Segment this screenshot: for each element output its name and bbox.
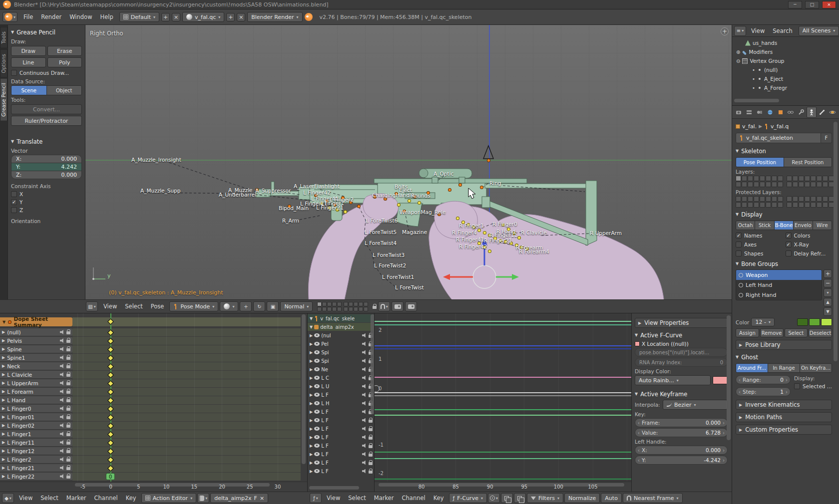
add-layout-button[interactable]: + [161, 13, 170, 21]
mute-speaker-icon[interactable] [362, 342, 367, 346]
layer-cell[interactable] [754, 176, 759, 181]
layer-cell[interactable] [805, 176, 810, 181]
fcurve[interactable] [375, 415, 631, 416]
frame-stepper[interactable]: ‹Frame: 0.000› [635, 418, 728, 427]
bone-point[interactable] [480, 186, 483, 189]
graph-channel-row[interactable]: ▶Spi [308, 357, 375, 365]
horizontal-scrollbar[interactable] [734, 99, 779, 102]
viewport-layer-cell[interactable] [364, 302, 368, 306]
viewport-layer-cell[interactable] [344, 302, 348, 306]
graph-channel-row[interactable]: ▶L F [308, 459, 375, 467]
properties-tab-modifiers-icon[interactable] [796, 107, 806, 118]
bone-group-assign-button[interactable]: Assign [736, 328, 759, 337]
expander-icon[interactable]: ⊕ [736, 49, 740, 55]
breadcrumb-data[interactable]: v_fal.q [764, 123, 789, 130]
info-menu-help[interactable]: Help [96, 9, 117, 24]
expand-icon[interactable]: ▶ [2, 355, 5, 360]
delete-layout-button[interactable]: × [172, 13, 180, 21]
bone-label-l-foretwist[interactable]: L ForeTwist [395, 284, 424, 290]
layer-cell[interactable] [778, 202, 783, 208]
ruler-protractor-button[interactable]: Ruler/Protractor [11, 116, 82, 126]
outliner-item-a-foregr[interactable]: •A_Foregr [732, 83, 839, 92]
mute-speaker-icon[interactable] [362, 469, 367, 474]
graph-channel-row[interactable]: ▶L F [308, 442, 375, 450]
lock-icon[interactable] [66, 408, 70, 411]
color-swatch[interactable] [821, 318, 832, 326]
expand-icon[interactable]: ▶ [310, 469, 313, 474]
expand-icon[interactable]: ▶ [310, 376, 313, 380]
lock-icon[interactable] [369, 454, 373, 457]
horizontal-scrollbar[interactable] [75, 483, 270, 487]
viewport-layer-cell[interactable] [354, 307, 358, 311]
expand-icon[interactable]: ▶ [310, 384, 313, 389]
viewport-layer-cell[interactable] [332, 307, 337, 311]
fcurve[interactable] [375, 458, 631, 459]
expand-icon[interactable]: ▶ [310, 393, 313, 397]
minimize-button[interactable]: ─ [788, 1, 802, 8]
properties-tab-scene-icon[interactable] [755, 107, 765, 118]
bone-label-r-finger0[interactable]: R Finger0 [492, 221, 517, 227]
bone-label-a-underbarrel[interactable]: A_Underbarrel [219, 192, 256, 198]
dope-channel-row[interactable]: ▶L Finger22 [0, 473, 72, 481]
mute-speaker-icon[interactable] [362, 444, 367, 448]
graph-tree-action-row[interactable]: ▼ delta_aimp2x [308, 323, 375, 331]
layer-cell[interactable] [787, 176, 792, 181]
fcurve[interactable] [375, 324, 631, 325]
dope-time-ruler[interactable]: -5051015202530 [0, 482, 307, 492]
outliner-item-a-eject[interactable]: •A_Eject [732, 74, 839, 83]
layer-cell[interactable] [799, 182, 804, 187]
bone-label-r-finger42[interactable]: R Finger42 [459, 244, 487, 250]
graph-channel-row[interactable]: ▶L F [308, 433, 375, 441]
layer-cell[interactable] [805, 202, 810, 208]
vertical-scrollbar[interactable] [727, 315, 731, 440]
outliner-item-null[interactable]: •(null) [732, 65, 839, 74]
mute-speaker-icon[interactable] [60, 457, 64, 462]
mute-speaker-icon[interactable] [362, 359, 367, 363]
graph-channel-row[interactable]: ▶L F [308, 391, 375, 399]
info-menu-window[interactable]: Window [65, 9, 96, 24]
visibility-eye-icon[interactable] [314, 350, 320, 354]
display-mode-envelo[interactable]: Envelo [794, 221, 813, 230]
manipulator-scale-icon[interactable]: ▣ [267, 301, 279, 311]
bone-label-a-suppressor[interactable]: A_Suppressor [255, 188, 291, 194]
layer-cell[interactable] [799, 196, 804, 202]
visibility-eye-icon[interactable] [314, 384, 320, 388]
bone-group-specials-button[interactable]: ▾ [824, 288, 832, 297]
layer-cell[interactable] [799, 202, 804, 208]
visibility-eye-icon[interactable] [314, 359, 320, 363]
left-handle-x-stepper[interactable]: ‹X: 0.000› [635, 446, 728, 455]
bone-point[interactable] [459, 184, 461, 186]
expand-icon[interactable]: ▶ [310, 461, 313, 465]
layer-cell[interactable] [736, 176, 741, 181]
mute-speaker-icon[interactable] [60, 406, 64, 411]
viewport-menu-view[interactable]: View [99, 300, 121, 313]
bone-label-r-upperarm[interactable]: R UpperArm [590, 230, 622, 236]
fcurve[interactable] [375, 409, 631, 410]
mute-speaker-icon[interactable] [60, 364, 64, 368]
properties-tab-render-layers-icon[interactable] [744, 107, 754, 118]
display-filter-dropdown[interactable]: All Scenes▾ [799, 26, 839, 36]
properties-tab-bone-icon[interactable] [817, 107, 827, 118]
ghost-step-stepper[interactable]: ‹Step: 1› [736, 387, 791, 396]
expand-icon[interactable]: ▶ [2, 440, 5, 445]
layer-cell[interactable] [793, 176, 798, 181]
expand-icon[interactable]: ▶ [2, 432, 5, 436]
visibility-eye-icon[interactable] [314, 435, 320, 439]
color-set-dropdown[interactable]: 12 -▾ [751, 318, 774, 326]
continuous-draw-checkbox[interactable]: Continuous Draw... [11, 69, 82, 77]
lock-icon[interactable] [369, 428, 373, 431]
bone-point[interactable] [448, 189, 451, 191]
add-bone-group-button[interactable]: + [824, 269, 832, 278]
bone-point[interactable] [358, 205, 360, 208]
bone-group-deselect-button[interactable]: Deselect [809, 328, 832, 337]
lock-icon[interactable] [66, 450, 70, 453]
translate-y-field[interactable]: Y:4.242 [11, 163, 82, 171]
mute-speaker-icon[interactable] [60, 440, 64, 445]
bone-label-l-foretwist5[interactable]: L ForeTwist5 [365, 229, 397, 235]
skeleton-rest-position[interactable]: Rest Position [784, 158, 832, 167]
bone-label-l-finger42[interactable]: L Finger42 [303, 190, 331, 196]
lock-icon[interactable] [66, 365, 70, 368]
expand-icon[interactable]: ▶ [2, 449, 5, 453]
mute-speaker-icon[interactable] [60, 415, 64, 419]
tool-tab-grease-pencil[interactable]: Grease Pencil [0, 78, 7, 121]
